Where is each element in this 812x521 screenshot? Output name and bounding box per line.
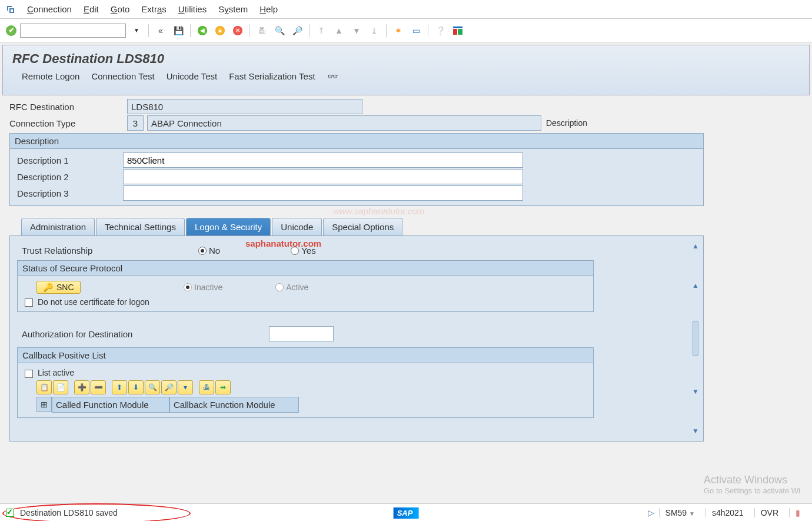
exit-icon[interactable]: ▲ xyxy=(213,24,227,38)
description-2-input[interactable] xyxy=(123,169,523,184)
paste-icon[interactable]: 📄 xyxy=(53,380,68,394)
statusbar: Destination LDS810 saved SAP ▷ SM59 ▼ s4… xyxy=(0,503,812,521)
menu-utilities[interactable]: Utilities xyxy=(178,4,207,14)
first-page-icon[interactable]: ⤒ xyxy=(314,24,328,38)
scroll-up-icon[interactable]: ▲ xyxy=(692,281,699,290)
scroll-down-icon[interactable]: ▼ xyxy=(692,387,699,396)
back-icon[interactable]: ◀ xyxy=(195,24,209,38)
scroll-bottom-icon[interactable]: ▼ xyxy=(692,427,699,435)
dropdown-icon[interactable]: ▼ xyxy=(129,24,144,38)
rfc-destination-label: RFC Destination xyxy=(9,102,127,112)
find-icon[interactable]: 🔍 xyxy=(272,24,287,38)
signal-icon: ▮ xyxy=(789,508,806,517)
no-cert-label: Do not use certificate for logon xyxy=(38,297,149,307)
radio-icon xyxy=(275,283,284,291)
rfc-destination-value: LDS810 xyxy=(127,99,362,114)
connection-type-text: ABAP Connection xyxy=(147,115,541,131)
list-active-checkbox[interactable] xyxy=(25,370,33,378)
cancel-icon[interactable]: ✕ xyxy=(231,24,245,38)
trust-no-radio[interactable]: No xyxy=(198,245,220,255)
authorization-label: Authorization for Destination xyxy=(22,329,245,339)
scrollbar[interactable]: ▲ ▲ ▼ ▼ xyxy=(690,242,701,435)
secure-protocol-title: Status of Secure Protocol xyxy=(18,261,593,276)
layout-icon[interactable] xyxy=(451,24,465,38)
fast-serialization-test-button[interactable]: Fast Serialization Test xyxy=(229,71,315,82)
find-grid-icon[interactable]: 🔍 xyxy=(145,380,160,394)
trust-no-label: No xyxy=(209,245,220,255)
key-icon: 🔑 xyxy=(43,283,53,292)
sap-corner-icon xyxy=(6,5,15,14)
scroll-top-icon[interactable]: ▲ xyxy=(692,242,699,250)
nav-arrow-icon[interactable]: ▷ xyxy=(648,508,654,517)
menu-edit[interactable]: Edit xyxy=(84,4,99,14)
create-shortcut-icon[interactable]: ▭ xyxy=(409,24,423,38)
find-next-icon[interactable]: 🔎 xyxy=(290,24,304,38)
delete-row-icon[interactable]: ➖ xyxy=(91,380,106,394)
new-session-icon[interactable]: ✶ xyxy=(391,24,405,38)
snc-inactive-radio: Inactive xyxy=(184,283,222,292)
watermark-text: saphanatutor.com xyxy=(245,238,321,248)
enter-icon[interactable]: ✔ xyxy=(6,25,16,36)
no-cert-checkbox[interactable] xyxy=(25,298,33,307)
filter-icon[interactable]: ▾ xyxy=(178,380,193,394)
print-grid-icon[interactable]: 🖶 xyxy=(199,380,214,394)
sap-logo-icon: SAP xyxy=(394,507,419,519)
tab-unicode[interactable]: Unicode xyxy=(272,218,322,235)
svg-rect-1 xyxy=(453,29,457,35)
grid-col-callback[interactable]: Callback Function Module xyxy=(169,397,299,413)
tab-logon-security[interactable]: Logon & Security xyxy=(186,218,271,235)
export-icon[interactable]: ➡ xyxy=(215,380,231,394)
description-3-label: Description 3 xyxy=(17,188,123,198)
back-arrow-icon[interactable]: « xyxy=(154,24,168,38)
menubar: CConnectiononnection Edit Goto Extras Ut… xyxy=(0,0,812,19)
description-1-input[interactable] xyxy=(123,152,523,168)
glasses-icon[interactable]: 👓 xyxy=(327,71,338,82)
watermark-url: www.saphanatutor.com xyxy=(333,206,424,216)
tab-content: saphanatutor.com Trust Relationship No Y… xyxy=(9,235,704,442)
snc-button[interactable]: 🔑 SNC xyxy=(36,281,81,294)
unicode-test-button[interactable]: Unicode Test xyxy=(167,71,217,82)
sort-asc-icon[interactable]: ⬆ xyxy=(112,380,127,394)
description-2-label: Description 2 xyxy=(17,172,123,182)
remote-logon-button[interactable]: Remote Logon xyxy=(22,71,79,82)
authorization-input[interactable] xyxy=(269,326,334,341)
status-message: Destination LDS810 saved xyxy=(20,508,118,517)
menu-goto[interactable]: Goto xyxy=(111,4,130,14)
secure-protocol-group: Status of Secure Protocol 🔑 SNC Inactive xyxy=(17,260,594,312)
next-page-icon[interactable]: ▼ xyxy=(350,24,364,38)
tab-administration[interactable]: Administration xyxy=(21,218,95,235)
prev-page-icon[interactable]: ▲ xyxy=(332,24,346,38)
description-3-input[interactable] xyxy=(123,185,523,201)
help-icon[interactable]: ❔ xyxy=(433,24,447,38)
svg-rect-2 xyxy=(458,29,462,35)
transaction-code[interactable]: SM59 xyxy=(665,508,687,517)
print-icon[interactable]: 🖶 xyxy=(255,24,269,38)
tab-special-options[interactable]: Special Options xyxy=(323,218,402,235)
menu-help[interactable]: Help xyxy=(259,4,278,14)
menu-extras[interactable]: Extras xyxy=(141,4,167,14)
list-active-label: List active xyxy=(38,368,74,377)
activate-windows-watermark: Activate Windows Go to Settings to activ… xyxy=(704,474,800,495)
connection-type-code: 3 xyxy=(127,115,144,131)
sort-desc-icon[interactable]: ⬇ xyxy=(128,380,144,394)
radio-checked-icon xyxy=(184,283,192,291)
scroll-thumb[interactable] xyxy=(693,321,698,356)
connection-test-button[interactable]: Connection Test xyxy=(91,71,154,82)
find-next-grid-icon[interactable]: 🔎 xyxy=(161,380,177,394)
last-page-icon[interactable]: ⤓ xyxy=(367,24,381,38)
copy-icon[interactable]: 📋 xyxy=(36,380,52,394)
grid-select-all-icon[interactable]: ⊞ xyxy=(36,397,52,412)
menu-connection[interactable]: CConnectiononnection xyxy=(27,4,72,14)
menu-system[interactable]: System xyxy=(218,4,248,14)
insert-mode: OVR xyxy=(754,508,784,517)
command-field[interactable] xyxy=(20,24,126,38)
callback-group-title: Callback Positive List xyxy=(18,348,593,363)
tab-technical-settings[interactable]: Technical Settings xyxy=(96,218,185,235)
status-success-icon xyxy=(6,509,14,517)
grid-col-called[interactable]: Called Function Module xyxy=(52,397,169,413)
description-group: Description Description 1 Description 2 … xyxy=(9,133,704,206)
snc-active-label: Active xyxy=(286,283,308,292)
insert-row-icon[interactable]: ➕ xyxy=(74,380,89,394)
save-icon[interactable]: 💾 xyxy=(171,24,185,38)
callback-group: Callback Positive List List active 📋 📄 ➕… xyxy=(17,347,594,417)
